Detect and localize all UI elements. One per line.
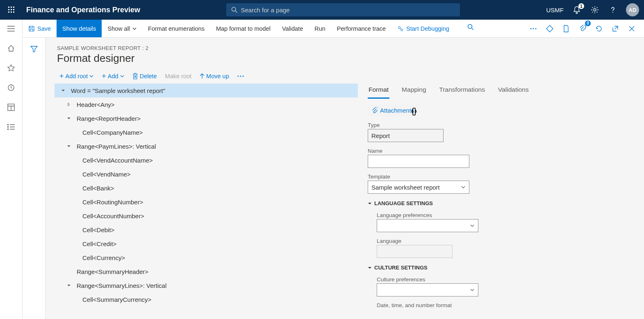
popout-button[interactable]	[608, 21, 623, 36]
show-details-button[interactable]: Show details	[57, 20, 102, 37]
notif-badge: 1	[578, 3, 584, 9]
svg-point-12	[612, 12, 613, 13]
document-button[interactable]	[559, 21, 573, 36]
format-enumerations-button[interactable]: Format enumerations	[142, 20, 210, 37]
svg-rect-6	[8, 11, 9, 13]
close-icon	[629, 26, 635, 32]
svg-point-14	[401, 29, 403, 31]
ellipsis-icon	[530, 28, 537, 29]
svg-rect-0	[8, 7, 9, 8]
start-debugging-button[interactable]: Start Debugging	[391, 20, 455, 37]
svg-line-16	[471, 28, 473, 30]
performance-trace-button[interactable]: Performance trace	[331, 20, 391, 37]
svg-rect-8	[13, 11, 14, 13]
svg-rect-5	[13, 9, 14, 10]
notifications-icon[interactable]: 1	[572, 5, 582, 15]
office-button[interactable]	[542, 21, 557, 36]
avatar[interactable]: AD	[626, 3, 639, 16]
search-box[interactable]	[226, 3, 460, 16]
chevron-down-icon	[132, 27, 137, 31]
show-all-button[interactable]: Show all	[102, 20, 142, 37]
svg-rect-1	[11, 7, 12, 8]
svg-point-15	[468, 25, 472, 29]
svg-point-19	[535, 28, 537, 29]
command-bar: Save Show details Show all Format enumer…	[0, 20, 644, 38]
debug-icon	[397, 25, 404, 32]
popout-icon	[612, 25, 619, 32]
svg-point-18	[533, 28, 534, 29]
svg-point-11	[594, 9, 596, 11]
company-label[interactable]: USMF	[546, 7, 564, 14]
run-button[interactable]: Run	[309, 20, 331, 37]
svg-rect-3	[8, 9, 9, 10]
help-icon[interactable]	[608, 5, 618, 15]
hamburger-icon[interactable]	[6, 24, 16, 34]
document-icon	[563, 25, 569, 32]
svg-point-17	[530, 28, 532, 29]
save-button[interactable]: Save	[23, 20, 57, 37]
search-input[interactable]	[241, 7, 455, 14]
svg-point-13	[398, 26, 401, 28]
svg-rect-2	[13, 7, 14, 8]
top-nav: Finance and Operations Preview USMF 1 AD	[0, 0, 644, 20]
find-button[interactable]	[463, 20, 478, 34]
attachments-button[interactable]: 0	[575, 21, 590, 36]
validate-button[interactable]: Validate	[276, 20, 309, 37]
svg-rect-7	[11, 11, 12, 13]
search-icon	[467, 24, 474, 30]
refresh-button[interactable]	[592, 21, 606, 36]
settings-icon[interactable]	[590, 5, 600, 15]
close-button[interactable]	[624, 21, 639, 36]
svg-point-9	[232, 7, 236, 11]
svg-rect-4	[11, 9, 12, 10]
refresh-icon	[595, 25, 603, 32]
app-title: Finance and Operations Preview	[26, 6, 140, 14]
map-format-button[interactable]: Map format to model	[210, 20, 276, 37]
more-button[interactable]	[526, 21, 541, 36]
attach-icon	[579, 25, 586, 32]
diamond-icon	[546, 25, 553, 32]
save-icon	[28, 25, 35, 32]
svg-line-10	[235, 11, 237, 12]
left-rail	[0, 20, 23, 38]
attach-badge: 0	[585, 20, 591, 26]
waffle-icon[interactable]	[5, 3, 18, 16]
search-icon	[231, 7, 237, 13]
